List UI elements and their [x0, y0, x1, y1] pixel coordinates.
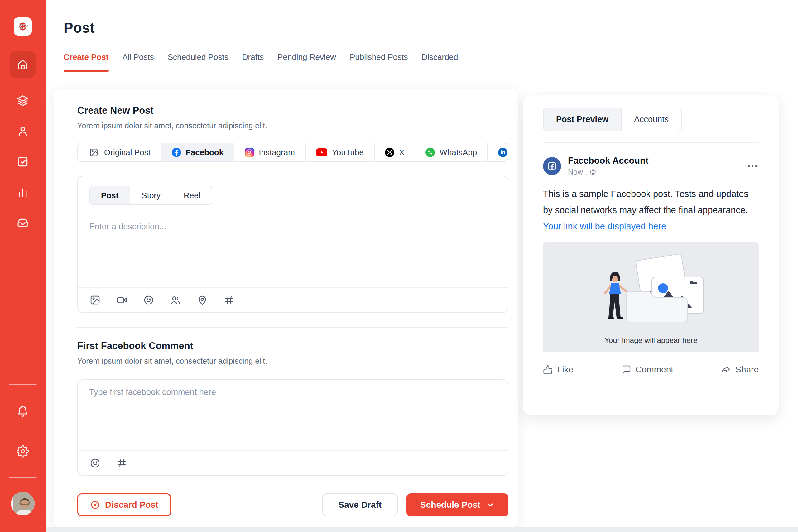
- preview-post-body: This is a sample Facebook post. Tests an…: [543, 186, 759, 218]
- post-type-tab-story[interactable]: Story: [130, 186, 172, 205]
- share-button[interactable]: Share: [721, 365, 759, 375]
- sidebar-item-inbox[interactable]: [10, 215, 36, 230]
- first-comment-toolbar: [78, 451, 508, 475]
- tab-drafts[interactable]: Drafts: [242, 52, 264, 71]
- check-square-icon: [17, 155, 29, 168]
- inbox-icon: [17, 216, 29, 229]
- post-preview-card: Post Preview Accounts Facebook Account N…: [523, 95, 779, 415]
- comment-button[interactable]: Comment: [621, 365, 673, 375]
- facebook-avatar-icon: [543, 157, 561, 175]
- sidebar: [0, 0, 45, 532]
- layers-icon: [17, 94, 29, 107]
- platform-tab-instagram[interactable]: Instagram: [234, 144, 306, 162]
- first-comment-composer: [77, 379, 508, 476]
- platform-tab-youtube[interactable]: YouTube: [306, 144, 375, 162]
- location-icon[interactable]: [196, 294, 208, 306]
- brand-globe-icon: [16, 19, 30, 34]
- instagram-icon: [245, 148, 254, 157]
- bell-icon: [17, 405, 29, 418]
- preview-post-meta: Now .: [568, 168, 648, 176]
- tab-post-preview[interactable]: Post Preview: [544, 108, 622, 131]
- platform-tab-linkedin[interactable]: in: [488, 144, 508, 162]
- whatsapp-icon: [425, 148, 435, 157]
- section-divider: [77, 327, 508, 328]
- sidebar-divider: [9, 384, 37, 385]
- post-type-tabs: Post Story Reel: [89, 186, 212, 205]
- sidebar-nav: [10, 52, 36, 230]
- app-window: Post Create Post All Posts Scheduled Pos…: [0, 0, 798, 532]
- linkedin-icon: in: [498, 148, 508, 157]
- save-draft-button[interactable]: Save Draft: [322, 493, 398, 516]
- share-icon: [721, 365, 731, 375]
- youtube-icon: [316, 148, 327, 156]
- hashtag-icon[interactable]: [116, 457, 128, 469]
- emoji-icon[interactable]: [143, 294, 155, 306]
- post-composer: Post Story Reel: [77, 176, 508, 313]
- sidebar-item-approvals[interactable]: [10, 154, 36, 169]
- sidebar-item-accounts[interactable]: [10, 124, 36, 139]
- tab-discarded[interactable]: Discarded: [421, 52, 458, 71]
- comment-icon: [621, 365, 631, 375]
- thumbs-up-icon: [543, 365, 553, 375]
- page-content: Post Create Post All Posts Scheduled Pos…: [45, 0, 798, 71]
- post-type-tab-post[interactable]: Post: [90, 186, 130, 205]
- preview-tabs: Post Preview Accounts: [543, 108, 682, 131]
- create-post-subheading: Yorem ipsum dolor sit amet, consectetur …: [77, 121, 508, 130]
- sidebar-item-home[interactable]: [10, 52, 36, 78]
- divider: [543, 142, 759, 143]
- image-icon: [88, 147, 99, 158]
- add-image-icon[interactable]: [89, 294, 101, 306]
- app-logo[interactable]: [14, 17, 32, 36]
- platform-tab-x[interactable]: X: [375, 144, 415, 162]
- home-icon: [17, 58, 29, 71]
- image-placeholder-caption: Your Image will appear here: [543, 336, 759, 345]
- user-icon: [17, 125, 29, 137]
- image-upload-illustration: [584, 253, 718, 328]
- sidebar-divider: [9, 477, 37, 478]
- chevron-down-icon: [486, 500, 495, 509]
- description-input[interactable]: [89, 222, 497, 280]
- preview-account-name: Facebook Account: [568, 155, 648, 166]
- platform-tab-facebook[interactable]: Facebook: [162, 144, 234, 162]
- preview-engagement-bar: Like Comment Share: [543, 365, 759, 375]
- first-comment-subheading: Yorem ipsum dolor sit amet, consectetur …: [77, 357, 508, 365]
- sidebar-item-analytics[interactable]: [10, 185, 36, 200]
- sidebar-item-content[interactable]: [10, 93, 36, 108]
- tab-accounts[interactable]: Accounts: [622, 108, 681, 131]
- x-circle-icon: [90, 500, 100, 510]
- post-type-tab-reel[interactable]: Reel: [172, 186, 211, 205]
- emoji-icon[interactable]: [89, 457, 101, 469]
- post-actions: Discard Post Save Draft Schedule Post: [77, 493, 508, 516]
- platform-tab-whatsapp[interactable]: WhatsApp: [415, 144, 488, 162]
- bar-chart-icon: [17, 186, 29, 198]
- tab-all-posts[interactable]: All Posts: [122, 52, 154, 71]
- avatar[interactable]: [11, 492, 35, 515]
- tab-pending-review[interactable]: Pending Review: [278, 52, 336, 71]
- tag-people-icon[interactable]: [170, 294, 182, 306]
- more-options-icon[interactable]: [746, 160, 759, 172]
- sidebar-item-notifications[interactable]: [10, 404, 36, 419]
- first-comment-heading: First Facebook Comment: [77, 340, 508, 352]
- discard-post-button[interactable]: Discard Post: [77, 493, 171, 516]
- hashtag-icon[interactable]: [223, 294, 235, 306]
- preview-image-placeholder: Your Image will appear here: [543, 243, 759, 352]
- composer-toolbar: [78, 288, 508, 312]
- x-icon: [385, 148, 394, 157]
- gear-icon: [17, 445, 29, 457]
- platform-tab-original-post[interactable]: Original Post: [78, 144, 162, 162]
- tab-create-post[interactable]: Create Post: [63, 52, 109, 71]
- preview-account-row: Facebook Account Now .: [543, 155, 759, 176]
- globe-icon: [589, 169, 596, 175]
- tab-published-posts[interactable]: Published Posts: [350, 52, 408, 71]
- tab-scheduled-posts[interactable]: Scheduled Posts: [168, 52, 228, 71]
- like-button[interactable]: Like: [543, 365, 573, 375]
- sidebar-item-settings[interactable]: [10, 444, 36, 459]
- schedule-post-button[interactable]: Schedule Post: [406, 493, 508, 516]
- platform-tabs: Original Post Facebook Instagram: [77, 143, 508, 162]
- preview-post-link[interactable]: Your link will be displayed here: [543, 218, 759, 234]
- add-video-icon[interactable]: [116, 294, 128, 306]
- header-tabs: Create Post All Posts Scheduled Posts Dr…: [63, 52, 776, 71]
- create-post-heading: Create New Post: [77, 105, 508, 116]
- create-post-card: Create New Post Yorem ipsum dolor sit am…: [54, 89, 518, 527]
- first-comment-input[interactable]: [89, 387, 497, 443]
